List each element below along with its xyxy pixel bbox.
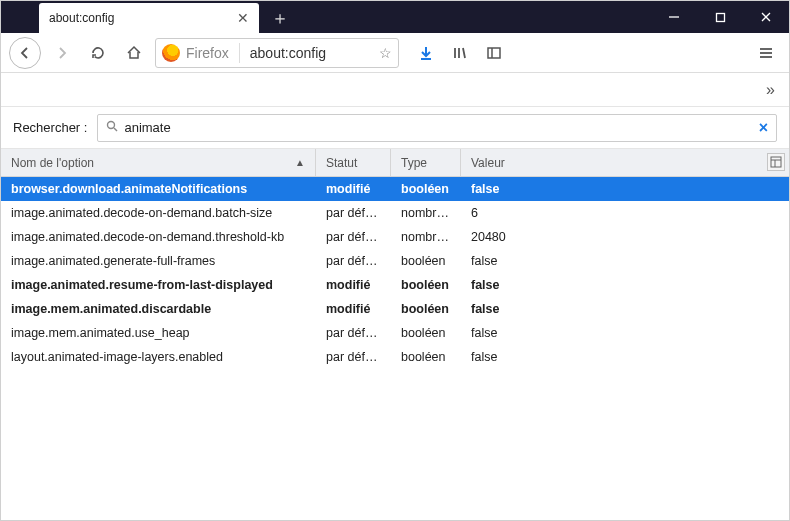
overflow-row: » [1, 73, 789, 107]
pref-value-cell: false [461, 254, 789, 268]
pref-status-cell: par défaut [316, 326, 391, 340]
search-label: Rechercher : [13, 120, 87, 135]
col-header-status-label: Statut [326, 156, 357, 170]
table-row[interactable]: browser.download.animateNotificationsmod… [1, 177, 789, 201]
search-box[interactable]: × [97, 114, 777, 142]
table-row[interactable]: image.animated.generate-full-framespar d… [1, 249, 789, 273]
pref-type-cell: booléen [391, 278, 461, 292]
table-row[interactable]: image.animated.decode-on-demand.batch-si… [1, 201, 789, 225]
pref-name-cell: image.animated.decode-on-demand.batch-si… [1, 206, 316, 220]
pref-type-cell: booléen [391, 350, 461, 364]
svg-line-7 [463, 48, 465, 58]
new-tab-button[interactable]: ＋ [265, 3, 295, 33]
clear-search-icon[interactable]: × [759, 119, 768, 137]
svg-rect-8 [488, 48, 500, 58]
pref-name-cell: image.mem.animated.discardable [1, 302, 316, 316]
downloads-button[interactable] [411, 38, 441, 68]
urlbar-separator [239, 43, 240, 63]
tab-title: about:config [49, 11, 114, 25]
pref-name-cell: layout.animated-image-layers.enabled [1, 350, 316, 364]
forward-button [47, 38, 77, 68]
svg-rect-15 [771, 157, 781, 167]
window-controls [651, 1, 789, 33]
url-text: about:config [250, 45, 373, 61]
pref-type-cell: nombre en... [391, 230, 461, 244]
titlebar: about:config ✕ ＋ [1, 1, 789, 33]
tab-aboutconfig[interactable]: about:config ✕ [39, 3, 259, 33]
column-picker-button[interactable] [767, 153, 785, 171]
firefox-icon [162, 44, 180, 62]
search-icon [106, 120, 118, 135]
col-header-value-label: Valeur [471, 156, 505, 170]
nav-toolbar: Firefox about:config ☆ [1, 33, 789, 73]
col-header-status[interactable]: Statut [316, 149, 391, 176]
col-header-value[interactable]: Valeur [461, 149, 789, 176]
pref-value-cell: false [461, 326, 789, 340]
table-row[interactable]: image.mem.animated.discardablemodifiéboo… [1, 297, 789, 321]
home-button[interactable] [119, 38, 149, 68]
pref-name-cell: image.animated.decode-on-demand.threshol… [1, 230, 316, 244]
svg-rect-1 [716, 13, 724, 21]
col-header-option[interactable]: Nom de l'option ▲ [1, 149, 316, 176]
sidebar-button[interactable] [479, 38, 509, 68]
pref-value-cell: false [461, 278, 789, 292]
pref-name-cell: image.animated.resume-from-last-displaye… [1, 278, 316, 292]
col-header-option-label: Nom de l'option [11, 156, 94, 170]
hamburger-menu-button[interactable] [751, 38, 781, 68]
url-bar[interactable]: Firefox about:config ☆ [155, 38, 399, 68]
col-header-type-label: Type [401, 156, 427, 170]
minimize-button[interactable] [651, 1, 697, 33]
pref-type-cell: nombre en... [391, 206, 461, 220]
pref-status-cell: par défaut [316, 230, 391, 244]
pref-value-cell: false [461, 350, 789, 364]
search-row: Rechercher : × [1, 107, 789, 149]
pref-name-cell: image.animated.generate-full-frames [1, 254, 316, 268]
table-header: Nom de l'option ▲ Statut Type Valeur [1, 149, 789, 177]
pref-value-cell: 20480 [461, 230, 789, 244]
pref-type-cell: booléen [391, 254, 461, 268]
sort-asc-icon: ▲ [295, 157, 305, 168]
pref-status-cell: modifié [316, 302, 391, 316]
table-body: browser.download.animateNotificationsmod… [1, 177, 789, 520]
pref-value-cell: 6 [461, 206, 789, 220]
overflow-chevron-icon[interactable]: » [766, 81, 775, 99]
library-button[interactable] [445, 38, 475, 68]
pref-type-cell: booléen [391, 182, 461, 196]
pref-status-cell: par défaut [316, 206, 391, 220]
close-tab-icon[interactable]: ✕ [237, 10, 249, 26]
table-row[interactable]: image.mem.animated.use_heappar défautboo… [1, 321, 789, 345]
window: about:config ✕ ＋ [0, 0, 790, 521]
table-row[interactable]: image.animated.resume-from-last-displaye… [1, 273, 789, 297]
close-window-button[interactable] [743, 1, 789, 33]
pref-value-cell: false [461, 182, 789, 196]
search-input[interactable] [124, 120, 758, 135]
pref-status-cell: modifié [316, 278, 391, 292]
pref-status-cell: modifié [316, 182, 391, 196]
table-row[interactable]: layout.animated-image-layers.enabledpar … [1, 345, 789, 369]
svg-point-13 [108, 122, 115, 129]
url-context-label: Firefox [186, 45, 229, 61]
svg-line-14 [114, 128, 117, 131]
pref-name-cell: browser.download.animateNotifications [1, 182, 316, 196]
col-header-type[interactable]: Type [391, 149, 461, 176]
maximize-button[interactable] [697, 1, 743, 33]
back-button[interactable] [9, 37, 41, 69]
pref-status-cell: par défaut [316, 254, 391, 268]
bookmark-star-icon[interactable]: ☆ [379, 45, 392, 61]
table-row[interactable]: image.animated.decode-on-demand.threshol… [1, 225, 789, 249]
pref-type-cell: booléen [391, 326, 461, 340]
pref-type-cell: booléen [391, 302, 461, 316]
pref-status-cell: par défaut [316, 350, 391, 364]
reload-button[interactable] [83, 38, 113, 68]
pref-value-cell: false [461, 302, 789, 316]
pref-name-cell: image.mem.animated.use_heap [1, 326, 316, 340]
